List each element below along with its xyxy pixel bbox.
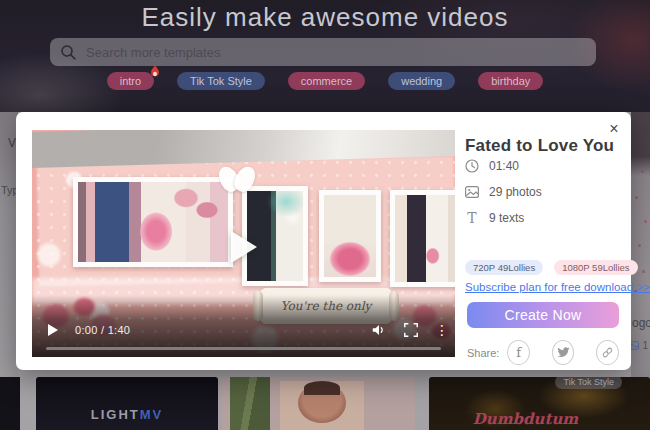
butterfly-decoration xyxy=(218,160,258,200)
background-count-label: 1 xyxy=(642,340,648,351)
more-options-icon[interactable]: ⋮ xyxy=(435,322,445,338)
price-badge-720p: 720P 49Lollies xyxy=(465,260,543,275)
video-controls: 0:00 / 1:40 ⋮ xyxy=(32,295,455,357)
search-bar[interactable] xyxy=(50,38,596,66)
fullscreen-icon[interactable] xyxy=(403,322,419,338)
wedding-photo-4 xyxy=(390,190,455,287)
create-now-button[interactable]: Create Now xyxy=(467,302,619,328)
wedding-photo-3 xyxy=(319,190,381,282)
thumbnail-lightmv[interactable]: LIGHTMV xyxy=(36,377,218,430)
photos-value: 29 photos xyxy=(489,185,542,199)
thumbnail-dumbdutum[interactable]: Dumbdutum Tik Tok Style xyxy=(429,377,650,430)
twitter-share-button[interactable] xyxy=(552,340,575,365)
girl-photo xyxy=(280,381,364,430)
video-player[interactable]: You're the only 0:00 / 1:40 ⋮ xyxy=(32,130,455,357)
lightmv-logo: LIGHTMV xyxy=(91,407,164,422)
volume-icon[interactable] xyxy=(371,322,387,338)
price-badges: 720P 49Lollies 1080P 59Lollies xyxy=(465,260,638,275)
tag-tiktok-style[interactable]: Tik Tok Style xyxy=(177,72,265,90)
confetti-dot xyxy=(638,244,641,247)
facebook-share-button[interactable]: f xyxy=(507,340,530,365)
twitter-icon xyxy=(557,347,570,358)
background-photo-count: 1 xyxy=(629,340,648,351)
thumbnail-partial[interactable] xyxy=(0,377,20,430)
screen: Easily make awesome videos intro Tik Tok… xyxy=(0,0,650,430)
hero-section: Easily make awesome videos intro Tik Tok… xyxy=(0,0,650,118)
play-button[interactable] xyxy=(48,324,58,336)
plant-decoration xyxy=(230,377,270,430)
duration-value: 01:40 xyxy=(489,159,519,173)
confetti-dot xyxy=(635,196,638,199)
background-text-fragment: ogo xyxy=(632,316,650,330)
thumbnail-title: Dumbdutum xyxy=(429,410,622,428)
tag-commerce[interactable]: commerce xyxy=(288,72,365,90)
tag-row: intro Tik Tok Style commerce wedding bir… xyxy=(0,72,650,90)
confetti-dot xyxy=(641,170,644,173)
search-icon xyxy=(60,44,77,61)
texts-row: T 9 texts xyxy=(465,211,524,225)
subscribe-link[interactable]: Subscribe plan for free download >> xyxy=(465,281,650,293)
copy-link-share-button[interactable] xyxy=(596,340,619,365)
photos-row: 29 photos xyxy=(465,185,542,199)
tag-intro-label: intro xyxy=(120,75,141,87)
wedding-photo-1 xyxy=(73,177,233,267)
time-display: 0:00 / 1:40 xyxy=(75,324,130,336)
text-icon: T xyxy=(465,211,479,225)
page-title: Easily make awesome videos xyxy=(0,2,650,33)
clock-icon xyxy=(465,159,479,173)
lightmv-text-mv: MV xyxy=(140,407,164,422)
tiktok-style-badge: Tik Tok Style xyxy=(555,377,622,389)
template-title: Fated to Love You xyxy=(465,136,631,156)
tag-wedding[interactable]: wedding xyxy=(388,72,455,90)
duration-row: 01:40 xyxy=(465,159,519,173)
price-badge-1080p: 1080P 59Lollies xyxy=(554,260,637,275)
texts-value: 9 texts xyxy=(489,211,524,225)
lightmv-text-light: LIGHT xyxy=(91,407,140,422)
thumbnail-portrait[interactable] xyxy=(222,377,415,430)
template-preview-modal: × You're the only xyxy=(16,112,631,370)
confetti-dot xyxy=(642,270,645,273)
confetti-dot xyxy=(644,220,647,223)
template-details-panel: Fated to Love You 01:40 xyxy=(465,112,631,370)
progress-bar[interactable] xyxy=(46,347,441,350)
background-text-fragment: V xyxy=(8,136,16,150)
play-overlay-icon[interactable] xyxy=(231,231,257,263)
link-icon xyxy=(601,346,614,359)
share-label: Share: xyxy=(467,347,499,359)
tag-birthday[interactable]: birthday xyxy=(478,72,543,90)
flame-icon xyxy=(148,63,162,84)
share-row: Share: f xyxy=(467,340,619,365)
search-input[interactable] xyxy=(86,45,586,60)
photos-icon xyxy=(465,185,479,199)
tag-intro[interactable]: intro xyxy=(107,72,154,90)
facebook-icon: f xyxy=(516,345,521,360)
